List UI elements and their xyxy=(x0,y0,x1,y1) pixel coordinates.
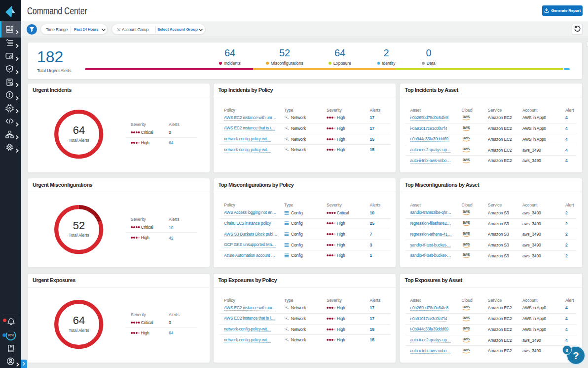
svg-text:aws: aws xyxy=(462,147,469,151)
svg-text:aws: aws xyxy=(462,115,469,119)
svg-text:aws: aws xyxy=(462,231,469,236)
svg-text:aws: aws xyxy=(462,252,469,257)
svg-text:70%: 70% xyxy=(7,333,14,337)
svg-text:aws: aws xyxy=(462,125,469,130)
svg-text:aws: aws xyxy=(462,242,469,246)
svg-text:aws: aws xyxy=(462,305,469,309)
svg-text:aws: aws xyxy=(462,209,469,214)
svg-text:aws: aws xyxy=(462,220,469,225)
svg-text:aws: aws xyxy=(462,348,469,352)
svg-text:aws: aws xyxy=(462,337,469,341)
svg-text:aws: aws xyxy=(462,326,469,330)
svg-text:aws: aws xyxy=(462,316,469,320)
svg-text:aws: aws xyxy=(462,136,469,140)
svg-text:aws: aws xyxy=(462,158,469,162)
